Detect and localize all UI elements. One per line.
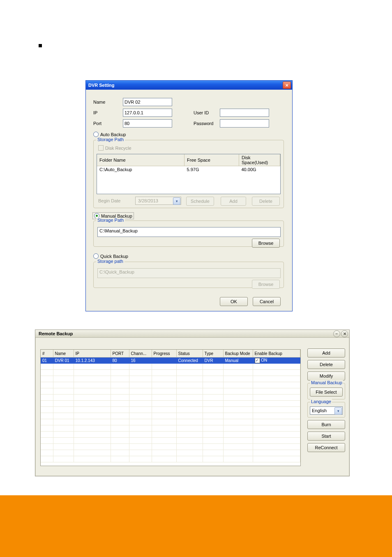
manual-backup-group: Manual Backup File Select <box>307 383 345 399</box>
col-freespace[interactable]: Free Space <box>184 154 239 166</box>
delete-button[interactable]: Delete <box>307 360 345 369</box>
table-row[interactable] <box>41 364 300 370</box>
storage-path-legend2: Storage Path <box>96 218 125 223</box>
dvr-setting-dialog: DVR Setting ✕ Name IP Port User ID Passw… <box>85 80 293 311</box>
col-num[interactable]: # <box>41 350 53 357</box>
language-select[interactable]: English ▾ <box>310 406 343 415</box>
port-label: Port <box>93 121 101 126</box>
password-input[interactable] <box>220 119 269 128</box>
remote-backup-title: Remote Backup <box>39 331 73 336</box>
backup-grid[interactable]: # Name IP PORT Chann... Progress Status … <box>40 349 301 466</box>
language-group: Language English ▾ <box>307 402 345 418</box>
language-legend: Language <box>310 399 332 404</box>
quick-backup-radio[interactable]: Quick Backup <box>93 253 128 259</box>
enable-checkbox[interactable]: ✓ <box>255 358 260 363</box>
table-row[interactable] <box>41 419 300 425</box>
schedule-button: Schedule <box>186 197 214 206</box>
begin-date-label: Begin Date <box>98 198 120 203</box>
ip-label: IP <box>93 110 97 115</box>
table-row[interactable] <box>41 407 300 413</box>
col-progress[interactable]: Progress <box>152 350 176 357</box>
burn-button[interactable]: Burn <box>307 420 345 429</box>
manual-backup-legend: Manual Backup <box>310 380 343 385</box>
col-diskspace[interactable]: Disk Space(Used) <box>239 154 280 166</box>
table-row[interactable] <box>41 438 300 444</box>
table-row[interactable] <box>41 456 300 462</box>
port-input[interactable] <box>123 119 172 128</box>
col-ip[interactable]: IP <box>74 350 111 357</box>
chevron-down-icon: ▾ <box>173 197 180 205</box>
quick-path-box: C:\Quick_Backup <box>97 268 281 278</box>
col-chan[interactable]: Chann... <box>129 350 152 357</box>
col-name[interactable]: Name <box>53 350 74 357</box>
close-icon[interactable]: ✕ <box>341 330 348 337</box>
table-row[interactable] <box>41 401 300 407</box>
auto-backup-radio[interactable]: Auto Backup <box>93 132 126 137</box>
remote-backup-window: Remote Backup − ✕ # Name IP <box>35 330 350 476</box>
modify-button[interactable]: Modify <box>307 371 345 381</box>
orange-footer <box>0 495 392 557</box>
table-row[interactable] <box>41 425 300 432</box>
col-enable[interactable]: Enable Backup <box>253 350 300 357</box>
table-row[interactable] <box>41 444 300 450</box>
begin-date-combo: 3/28/2013 ▾ <box>135 197 181 205</box>
storage-path-legend: Storage Path <box>96 137 125 142</box>
manual-path-box[interactable]: C:\Manual_Backup <box>97 227 281 237</box>
folder-grid[interactable]: Folder Name Free Space Disk Space(Used) … <box>97 154 281 194</box>
table-row[interactable]: C:\Auto_Backup 5.97G 40.00G <box>97 166 280 173</box>
table-row[interactable] <box>41 395 300 401</box>
name-label: Name <box>93 100 105 104</box>
col-folder[interactable]: Folder Name <box>97 154 184 166</box>
add-button: Add <box>221 197 246 206</box>
disk-recycle-checkbox: Disk Recycle <box>98 145 131 151</box>
delete-button: Delete <box>252 197 280 206</box>
page: DVR Setting ✕ Name IP Port User ID Passw… <box>0 0 392 557</box>
ip-input[interactable] <box>123 109 172 117</box>
remote-backup-titlebar[interactable]: Remote Backup − ✕ <box>35 330 349 338</box>
cancel-button[interactable]: Cancel <box>253 297 281 306</box>
add-button[interactable]: Add <box>307 348 345 357</box>
storage-path-legend3: Storage path <box>96 259 125 264</box>
start-button[interactable]: Start <box>307 432 345 441</box>
table-row[interactable] <box>41 388 300 395</box>
table-row[interactable] <box>41 382 300 388</box>
password-label: Password <box>194 121 213 126</box>
chevron-down-icon[interactable]: ▾ <box>334 407 342 415</box>
table-row[interactable] <box>41 376 300 382</box>
side-panel: Add Delete Modify Manual Backup File Sel… <box>307 348 345 455</box>
browse-quick-button: Browse <box>252 280 280 289</box>
userid-input[interactable] <box>220 109 269 117</box>
userid-label: User ID <box>194 110 209 115</box>
col-mode[interactable]: Backup Mode <box>223 350 253 357</box>
dialog-body: Name IP Port User ID Password Auto Backu… <box>86 90 292 311</box>
col-type[interactable]: Type <box>203 350 223 357</box>
ok-button[interactable]: OK <box>220 297 248 306</box>
close-icon[interactable]: ✕ <box>283 81 291 89</box>
table-row[interactable] <box>41 450 300 456</box>
col-port[interactable]: PORT <box>111 350 129 357</box>
remote-backup-body: # Name IP PORT Chann... Progress Status … <box>35 338 349 476</box>
file-select-button[interactable]: File Select <box>310 388 343 397</box>
table-row[interactable] <box>41 432 300 438</box>
titlebar[interactable]: DVR Setting ✕ <box>86 81 292 90</box>
bullet-square <box>39 44 42 47</box>
table-row[interactable]: 01 DVR 01 10.1.2.143 80 16 Connected DVR… <box>41 357 300 364</box>
name-input[interactable] <box>123 98 172 106</box>
col-status[interactable]: Status <box>176 350 203 357</box>
table-row[interactable] <box>41 370 300 376</box>
dialog-title: DVR Setting <box>88 83 115 88</box>
browse-manual-button[interactable]: Browse <box>252 239 280 248</box>
minimize-icon[interactable]: − <box>333 330 340 337</box>
reconnect-button[interactable]: ReConnect <box>307 443 345 452</box>
table-row[interactable] <box>41 413 300 419</box>
